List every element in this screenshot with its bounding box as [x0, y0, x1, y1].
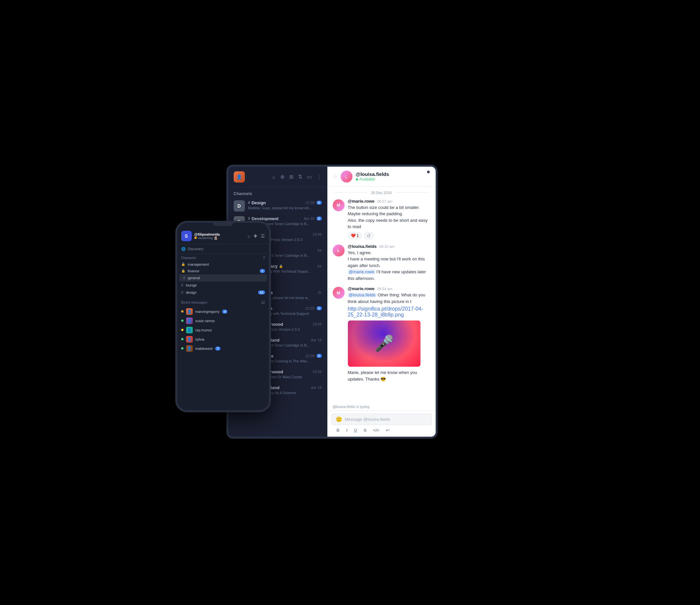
tablet-workspace-avatar: 👤: [234, 171, 245, 182]
message-group-2: L @louisa.fields 08:32 am Yes, I agree. …: [333, 244, 430, 282]
chat-status: Available: [356, 177, 430, 181]
search-icon[interactable]: ⌕: [248, 233, 250, 238]
message-body: @marie.rowe 08:27 am The button size cou…: [348, 199, 430, 239]
chat-panel: ☆ L @louisa.fields Available 30 Dec 2018: [327, 167, 436, 437]
dm-item-susie[interactable]: 👤 susie.ramos: [177, 316, 269, 325]
online-dot-icon: [181, 347, 183, 350]
online-dot-icon: [181, 310, 183, 312]
lock-icon: 🔒: [279, 264, 283, 268]
chat-username: @louisa.fields: [356, 171, 430, 177]
phone-notch: [213, 223, 233, 226]
message-author: @marie.rowe: [348, 286, 375, 291]
dm-item-mablewest[interactable]: 👤 mablewest 7: [177, 344, 269, 353]
chat-date-divider: 30 Dec 2018: [327, 187, 436, 199]
phone-dm-section: Direct messages 12: [177, 299, 269, 306]
phone-channel-general[interactable]: # general: [179, 274, 267, 281]
lock-icon: 🔒: [181, 269, 185, 273]
phone-channel-design[interactable]: # design 12: [177, 289, 269, 296]
message-reactions: ❤️ 1 ↺: [348, 232, 430, 239]
dm-avatar: 👤: [186, 327, 193, 333]
phone-channel-management[interactable]: 🔒 management: [177, 261, 269, 268]
globe-icon: 🌐: [181, 247, 186, 251]
code-button[interactable]: </>: [372, 427, 381, 433]
channel-item-design[interactable]: D # Design 12:39 5 Matilda:: [228, 198, 327, 214]
underline-button[interactable]: U: [353, 427, 358, 433]
status-dot-icon: [194, 237, 197, 239]
message-body: @louisa.fields 08:32 am Yes, I agree. I …: [348, 244, 430, 282]
hamburger-icon[interactable]: ☰: [261, 233, 265, 238]
message-input[interactable]: [345, 417, 427, 422]
dm-item-marvingregorry[interactable]: 👤 marvingregorry 3: [177, 307, 269, 316]
message-group-1: M @marie.rowe 08:27 am The button size c…: [333, 199, 430, 239]
online-status-dot: [356, 178, 358, 180]
phone-screen: S @filipealmeida Vacationing 🏖️ ⌕ ✚ ☰: [177, 226, 269, 412]
phone-workspace-avatar: S: [181, 231, 192, 241]
bold-button[interactable]: B: [335, 427, 341, 433]
message-link[interactable]: http://significa.pt/drops/2017-04-25_22-…: [348, 306, 423, 318]
message-group-3: M @marie.rowe 08:54 am @louisa.fields Ot…: [333, 286, 430, 382]
typing-indicator: @louisa.fields is typing: [327, 403, 436, 410]
online-dot-icon: [181, 338, 183, 340]
message-author: @marie.rowe: [348, 199, 375, 204]
chat-input-area: 🙂 B I U S </> ↩: [327, 410, 436, 437]
message-body: @marie.rowe 08:54 am @louisa.fields Othe…: [348, 286, 430, 382]
dm-item-ray[interactable]: 👤 ray.munoz: [177, 325, 269, 335]
reaction-heart[interactable]: ❤️ 1: [348, 232, 362, 239]
phone-channels-section: Channels 7: [177, 254, 269, 261]
message-avatar: L: [333, 245, 345, 256]
phone-header-actions: ⌕ ✚ ☰: [248, 233, 265, 238]
return-button[interactable]: ↩: [384, 427, 391, 433]
channel-name: Design: [251, 200, 266, 205]
phone-discovery-item[interactable]: 🌐 Discovery: [177, 244, 269, 254]
dm-avatar: 👤: [186, 336, 193, 343]
lock-icon: 🔒: [181, 262, 185, 266]
hash-icon: #: [248, 216, 250, 221]
mention: @marie.rowe: [348, 269, 376, 274]
scene: S @filipealmeida Vacationing 🏖️ ⌕ ✚ ☰: [175, 151, 525, 454]
message-text-after-image: Marie, please let me know when you updat…: [348, 369, 430, 382]
sort-icon[interactable]: ⇅: [298, 174, 302, 180]
phone-channel-lounge[interactable]: # lounge: [177, 281, 269, 289]
tablet-header: 👤 ⌕ ⊕ ⊞ ⇅ ▭ ⋮: [228, 167, 327, 187]
chat-toolbar: B I U S </> ↩: [331, 425, 432, 434]
channel-avatar: D: [234, 200, 245, 211]
more-icon[interactable]: ⋮: [317, 174, 322, 180]
message-text: @louisa.fields Other thing: What do you …: [348, 292, 430, 305]
phone-user-info: @filipealmeida Vacationing 🏖️: [194, 232, 245, 240]
chat-messages: M @marie.rowe 08:27 am The button size c…: [327, 199, 436, 403]
phone-status: Vacationing 🏖️: [194, 236, 245, 240]
phone-channel-finance[interactable]: 🔒 finance 1: [177, 268, 269, 274]
globe-icon[interactable]: ⊕: [280, 174, 284, 180]
message-time: 08:54 am: [377, 287, 393, 291]
phone-device: S @filipealmeida Vacationing 🏖️ ⌕ ✚ ☰: [175, 221, 271, 412]
dm-avatar: 👤: [186, 318, 193, 324]
channels-section-header: Channels: [228, 187, 327, 198]
online-dot-icon: [181, 320, 183, 322]
message-text: The button size could be a bit smaller. …: [348, 204, 430, 230]
search-icon[interactable]: ⌕: [272, 174, 276, 180]
italic-button[interactable]: I: [345, 427, 349, 433]
star-icon[interactable]: ☆: [333, 173, 337, 180]
hash-icon: #: [248, 200, 250, 205]
dm-item-sylvia[interactable]: 👤 sylvia: [177, 335, 269, 344]
message-avatar: M: [333, 287, 345, 299]
chat-header: ☆ L @louisa.fields Available: [327, 167, 436, 187]
dm-avatar: 👤: [186, 308, 193, 315]
chat-input-box: 🙂: [331, 413, 432, 425]
emoji-button[interactable]: 🙂: [336, 416, 342, 423]
hash-icon: #: [181, 290, 183, 295]
strikethrough-button[interactable]: S: [362, 427, 368, 433]
hash-icon: #: [181, 283, 183, 287]
channel-preview: Matilda: Guys, please let me know wh...: [248, 206, 322, 210]
chat-user-avatar: L: [341, 171, 352, 182]
mention: @louisa.fields: [348, 293, 377, 297]
message-icon[interactable]: ▭: [307, 174, 312, 180]
reaction-add-button[interactable]: ↺: [364, 232, 374, 239]
hash-icon: #: [183, 276, 185, 280]
phone-username: @filipealmeida: [194, 232, 245, 236]
tablet-camera: [427, 171, 430, 173]
compose-icon[interactable]: ✚: [253, 233, 257, 238]
message-time: 08:32 am: [379, 245, 394, 249]
grid-icon[interactable]: ⊞: [289, 174, 293, 180]
tablet-header-icons: ⌕ ⊕ ⊞ ⇅ ▭ ⋮: [272, 174, 322, 180]
